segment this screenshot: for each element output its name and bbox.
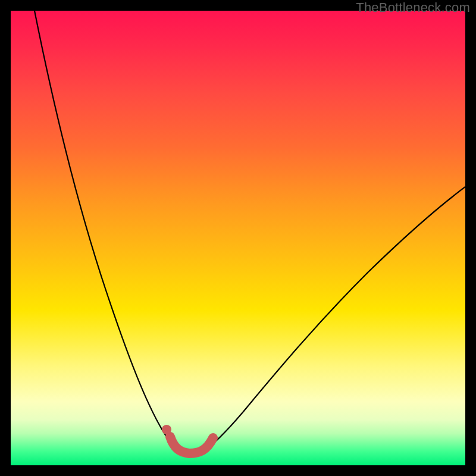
left-curve (35, 11, 178, 450)
chart-frame (11, 11, 465, 465)
valley-dot-marker (162, 425, 171, 434)
watermark-text: TheBottleneck.com (356, 0, 470, 15)
valley-u-marker (170, 437, 213, 453)
right-curve (205, 187, 465, 450)
curve-plot (11, 11, 465, 465)
